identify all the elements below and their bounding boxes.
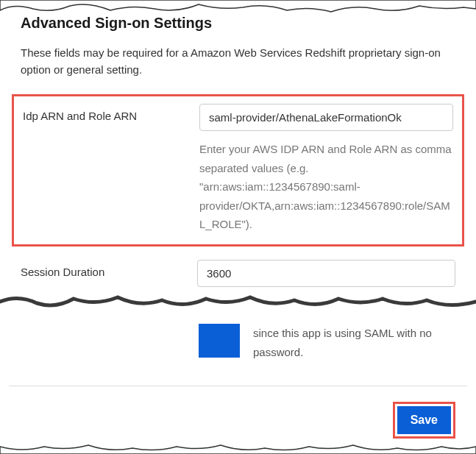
session-duration-field-wrap [197, 260, 455, 287]
torn-edge-top [0, 0, 476, 13]
idp-arn-label: Idp ARN and Role ARN [23, 104, 185, 122]
section-heading: Advanced Sign-on Settings [21, 15, 455, 32]
section-description: These fields may be required for a Amazo… [21, 45, 455, 78]
idp-arn-input[interactable] [199, 104, 453, 131]
idp-arn-row: Idp ARN and Role ARN Enter your AWS IDP … [23, 104, 453, 234]
session-duration-input[interactable] [197, 260, 455, 287]
idp-arn-highlight: Idp ARN and Role ARN Enter your AWS IDP … [12, 94, 464, 246]
idp-arn-field-wrap: Enter your AWS IDP ARN and Role ARN as c… [199, 104, 453, 234]
session-duration-row: Session Duration [21, 260, 455, 294]
saml-note-row: since this app is using SAML with no pas… [199, 324, 455, 361]
save-highlight: Save [393, 402, 455, 439]
session-duration-label: Session Duration [21, 260, 182, 278]
idp-arn-help: Enter your AWS IDP ARN and Role ARN as c… [199, 140, 453, 234]
footer-divider [9, 386, 467, 386]
footer-actions: Save [9, 402, 467, 439]
torn-edge-middle [0, 293, 476, 311]
saml-note-text: since this app is using SAML with no pas… [253, 324, 455, 361]
save-button[interactable]: Save [397, 406, 451, 434]
advanced-signon-section: Advanced Sign-on Settings These fields m… [0, 0, 476, 302]
torn-edge-bottom [0, 444, 476, 454]
blue-indicator-icon [199, 324, 240, 358]
